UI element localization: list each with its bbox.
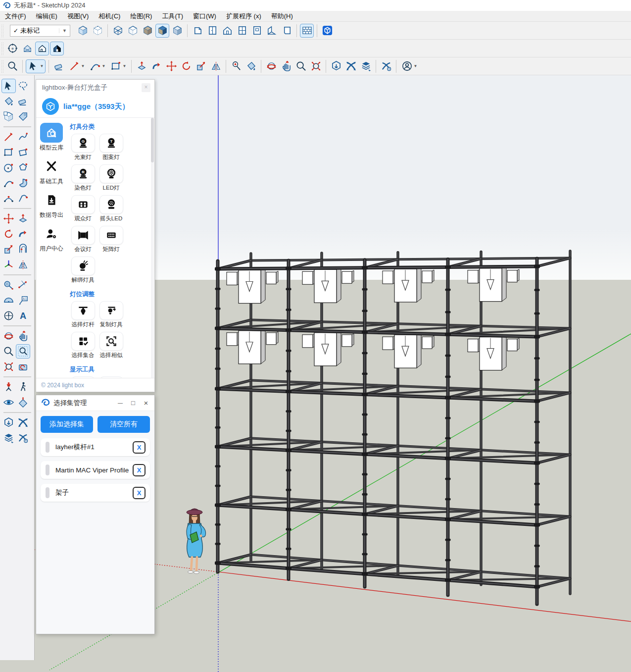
tool-tile-选择灯杆[interactable]: 选择灯杆: [69, 301, 97, 328]
lt-mirror-icon[interactable]: [16, 258, 30, 272]
lt-zoomwin-icon[interactable]: [16, 344, 30, 359]
tb-lightbox-logo-icon[interactable]: [320, 24, 334, 38]
lt-eraser-icon[interactable]: [16, 94, 30, 108]
menu-编辑E[interactable]: 编辑(E): [31, 11, 62, 22]
tb-arc-icon[interactable]: ▼: [88, 59, 107, 73]
tb-zoom-small-icon[interactable]: [5, 59, 19, 73]
lt-zoom-icon[interactable]: [1, 344, 16, 359]
tool-tile-观众灯[interactable]: 观众灯: [69, 195, 97, 222]
user-avatar[interactable]: [42, 98, 59, 115]
tb-arch-box-icon[interactable]: [191, 24, 204, 38]
tb-arch-window-icon[interactable]: [235, 24, 249, 38]
tb-survey-compass-icon[interactable]: ⊕: [5, 42, 19, 55]
lt-tag-icon[interactable]: [16, 109, 30, 124]
lt-components-icon[interactable]: [1, 109, 16, 124]
lt-lb-crossgear-icon[interactable]: [16, 431, 30, 445]
delete-selection-set-button[interactable]: X: [133, 441, 146, 454]
chevron-down-icon[interactable]: ▼: [123, 64, 127, 68]
lt-move-icon[interactable]: [1, 211, 16, 226]
tb-zoom-extents-icon[interactable]: [309, 59, 323, 73]
menu-工具T[interactable]: 工具(T): [157, 11, 188, 22]
panel-close-button[interactable]: ×: [142, 83, 150, 92]
lt-position-camera-icon[interactable]: [1, 380, 16, 394]
selection-set-row[interactable]: layher横杆#1 X: [41, 438, 150, 456]
tb-account-icon[interactable]: ▼: [399, 59, 419, 73]
chevron-down-icon[interactable]: ▼: [40, 64, 44, 68]
tool-tile-选择相似[interactable]: 选择相似: [97, 332, 125, 359]
pick-set-icon[interactable]: [71, 332, 95, 351]
rail-item-基础工具[interactable]: 基础工具: [40, 156, 63, 186]
drag-handle[interactable]: [46, 442, 49, 453]
matrix-icon[interactable]: [99, 226, 123, 245]
tool-tile-图案灯[interactable]: T 图案灯: [97, 134, 125, 161]
lt-scale-icon[interactable]: [1, 242, 16, 257]
tool-tile-会议灯[interactable]: 会议灯: [69, 226, 97, 253]
lt-orbit-icon[interactable]: [1, 329, 16, 343]
head-g-icon[interactable]: G: [71, 134, 95, 153]
lt-circle-icon[interactable]: [1, 160, 16, 175]
rail-cloud-icon[interactable]: [40, 123, 63, 143]
tool-tile-解绑灯具[interactable]: 解绑灯具: [69, 257, 97, 284]
lt-rotrect-icon[interactable]: [16, 145, 30, 159]
tb-move-icon[interactable]: [164, 59, 178, 73]
lt-pie-icon[interactable]: [16, 176, 30, 190]
lt-followme-icon[interactable]: [16, 227, 30, 241]
close-button[interactable]: ×: [140, 398, 152, 409]
menu-相机C[interactable]: 相机(C): [94, 11, 125, 22]
tb-select-icon[interactable]: ▼: [26, 59, 46, 73]
lt-arc3-icon[interactable]: [16, 191, 30, 206]
add-selection-set-button[interactable]: 添加选择集: [41, 416, 93, 433]
rail-user-icon[interactable]: [40, 224, 63, 244]
lt-polygon-icon[interactable]: [16, 160, 30, 175]
maximize-button[interactable]: □: [127, 398, 140, 409]
lt-paint-icon[interactable]: [1, 94, 16, 108]
clear-all-button[interactable]: 清空所有: [97, 416, 150, 433]
tool-tile-颜色模式[interactable]: 颜色模式: [97, 376, 125, 378]
head-t-icon[interactable]: T: [99, 134, 123, 153]
tb-style-hidden-line-icon[interactable]: [126, 24, 140, 38]
tb-line-icon[interactable]: ▼: [67, 59, 87, 73]
tb-arch-cabinet-icon[interactable]: [250, 24, 264, 38]
tb-arch-slab-icon[interactable]: [280, 24, 293, 38]
tool-tile-光束灯[interactable]: G 光束灯: [69, 134, 97, 161]
light-mode-icon[interactable]: [71, 376, 95, 378]
lt-lb-download-icon[interactable]: [1, 415, 16, 430]
lt-offset-icon[interactable]: [16, 242, 30, 257]
selection-set-row[interactable]: Martin MAC Viper Profile X: [41, 461, 150, 479]
minimize-button[interactable]: —: [114, 398, 127, 409]
tb-followme-icon[interactable]: [149, 59, 163, 73]
menu-文件F[interactable]: 文件(F): [0, 11, 31, 22]
tb-style-shaded-icon[interactable]: [141, 24, 154, 38]
tb-xray-house-icon[interactable]: [20, 42, 34, 55]
tb-scale-icon[interactable]: [194, 59, 208, 73]
color-mode-icon[interactable]: [99, 376, 123, 378]
delete-selection-set-button[interactable]: X: [133, 487, 146, 499]
tb-style-monochrome-icon[interactable]: [170, 24, 184, 38]
tag-filter-dropdown[interactable]: ✓ 未标记 ▼: [10, 25, 70, 37]
tb-bricks-icon[interactable]: [300, 24, 314, 38]
toolbar-grip[interactable]: [1, 24, 4, 37]
chevron-down-icon[interactable]: ▼: [81, 64, 85, 68]
tool-tile-摇头LED[interactable]: 摇头LED: [97, 195, 125, 222]
rail-tools-icon[interactable]: [40, 156, 63, 176]
lt-dimension-icon[interactable]: [16, 278, 30, 292]
user-name[interactable]: lia**gge（3593天）: [63, 102, 129, 111]
tb-style-shaded-textures-icon[interactable]: [155, 24, 169, 38]
tb-lb-crossgear-icon[interactable]: [379, 59, 393, 73]
lt-text3d-icon[interactable]: A: [16, 309, 30, 323]
lt-pushpull-icon[interactable]: [16, 211, 30, 226]
lt-zoom-extents-icon[interactable]: [1, 360, 16, 374]
tool-tile-染色灯[interactable]: R 染色灯: [69, 164, 97, 192]
tb-rect-icon[interactable]: ▼: [108, 59, 128, 73]
lt-rect-icon[interactable]: [1, 145, 16, 159]
drag-handle[interactable]: [46, 465, 49, 475]
rail-export-icon[interactable]: [40, 190, 63, 210]
lt-section-icon[interactable]: [16, 395, 30, 410]
tool-tile-复制灯具[interactable]: 复制灯具: [97, 301, 125, 328]
tb-style-xray-icon[interactable]: [76, 24, 90, 38]
tb-orbit-icon[interactable]: [264, 59, 278, 73]
tb-lb-download-icon[interactable]: [329, 59, 343, 73]
delete-selection-set-button[interactable]: X: [133, 464, 146, 476]
tb-arch-home-icon[interactable]: [220, 24, 234, 38]
tb-rotate-icon[interactable]: [179, 59, 193, 73]
